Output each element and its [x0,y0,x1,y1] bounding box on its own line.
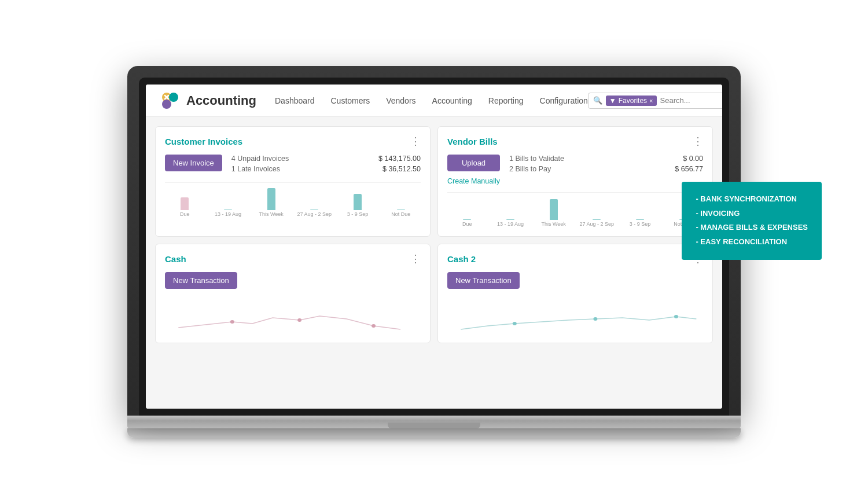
card-body-cash: New Transaction [165,272,421,289]
nav-item-customers[interactable]: Customers [331,94,370,108]
cash-title: Cash [165,254,186,264]
cash2-line-chart [447,296,703,333]
bills-bar-thisweek [550,199,558,220]
card-header-bills: Vendor Bills ⋮ [447,136,703,146]
stat-row-late: 1 Late Invoices $ 36,512.50 [231,165,421,173]
laptop-frame: Accounting Dashboard Customers Vendors A… [127,66,741,438]
svg-point-10 [674,315,678,318]
bills-chart-group-aug27: 27 Aug - 2 Sep [577,197,617,227]
chart-label-notdue: Not Due [391,211,410,217]
stat-row-unpaid: 4 Unpaid Invoices $ 143,175.00 [231,155,421,163]
bills-bar-aug27 [593,219,601,220]
bills-label-aug27: 27 Aug - 2 Sep [580,221,615,227]
stat-value-unpaid: $ 143,175.00 [378,155,421,163]
bills-chart-group-sep3: 3 - 9 Sep [620,197,660,227]
card-body-bills: Upload Create Manually 1 Bills to Valida… [447,155,703,185]
create-manually-link[interactable]: Create Manually [447,177,500,185]
card-body-invoices: New Invoice 4 Unpaid Invoices $ 143,175.… [165,155,421,175]
vendor-bills-title: Vendor Bills [447,137,498,146]
upload-button[interactable]: Upload [447,155,500,171]
laptop-body: Accounting Dashboard Customers Vendors A… [127,66,741,416]
nav-item-vendors[interactable]: Vendors [386,94,415,108]
dashboard-content: Customer Invoices ⋮ New Invoice 4 Unpaid… [146,117,722,409]
bills-bar-due [463,219,471,220]
cash2-card: Cash 2 ⋮ New Transaction [437,244,713,343]
chart-label-sep3: 3 - 9 Sep [347,211,369,217]
stat-label-late: 1 Late Invoices [231,165,280,173]
stat-row-pay: 2 Bills to Pay $ 656.77 [509,165,703,173]
chart-group-aug27: 27 Aug - 2 Sep [295,187,334,217]
cash-line-chart [165,296,421,333]
bills-bar-sep3 [636,219,644,220]
bills-chart-group-due: Due [447,197,487,227]
laptop-base [127,416,741,428]
bills-label-due: Due [462,221,472,227]
vendor-bills-card: Vendor Bills ⋮ Upload Create Manually [437,126,713,237]
search-bar: 🔍 ▼ Favorites × [588,93,722,109]
chart-group-due: Due [165,187,205,217]
banner-line-1: - BANK SYNCHRONIZATION [696,192,808,207]
card-header-invoices: Customer Invoices ⋮ [165,136,421,146]
laptop-screen: Accounting Dashboard Customers Vendors A… [146,85,722,409]
cash2-title: Cash 2 [447,254,476,264]
teal-banner: - BANK SYNCHRONIZATION - INVOICING - MAN… [682,182,822,260]
cash-chart-svg [165,296,421,333]
bills-stats: 1 Bills to Validate $ 0.00 2 Bills to Pa… [509,155,703,175]
card-header-cash: Cash ⋮ [165,254,421,264]
filter-icon: ▼ [609,97,616,105]
card-header-cash2: Cash 2 ⋮ [447,254,703,264]
bills-label-sep3: 3 - 9 Sep [630,221,651,227]
bar-aug13 [224,210,232,210]
new-transaction-cash2-button[interactable]: New Transaction [447,272,520,289]
nav-item-accounting[interactable]: Accounting [432,94,472,108]
stat-value-validate: $ 0.00 [683,155,703,163]
nav-item-reporting[interactable]: Reporting [488,94,524,108]
chart-label-thisweek: This Week [259,211,284,217]
stat-label-unpaid: 4 Unpaid Invoices [231,155,289,163]
svg-point-5 [230,320,234,324]
filter-tag-favorites[interactable]: ▼ Favorites × [606,96,657,106]
bills-label-aug13: 13 - 19 Aug [497,221,524,227]
filter-close-icon[interactable]: × [649,97,653,104]
nav-item-dashboard[interactable]: Dashboard [275,94,315,108]
banner-line-2: - INVOICING [696,207,808,221]
bills-chart: Due 13 - 19 Aug [447,192,703,227]
logo-icon [160,90,181,111]
card-menu-icon-invoices[interactable]: ⋮ [410,136,421,146]
invoices-chart: Due 13 - 19 Aug [165,182,421,217]
svg-point-1 [169,93,178,102]
laptop-stand [127,428,741,438]
card-menu-icon-bills[interactable]: ⋮ [693,136,703,146]
chart-group-thisweek: This Week [251,187,291,217]
svg-point-2 [162,100,171,109]
chart-label-due: Due [180,211,190,217]
bills-chart-group-thisweek: This Week [534,197,573,227]
new-invoice-button[interactable]: New Invoice [165,155,222,171]
stat-label-pay: 2 Bills to Pay [509,165,551,173]
svg-point-8 [513,322,517,325]
bar-due-pink [181,197,189,210]
app-logo: Accounting [160,90,256,111]
nav-menu: Dashboard Customers Vendors Accounting R… [275,94,588,108]
cash-card: Cash ⋮ New Transaction [155,244,431,343]
stat-value-pay: $ 656.77 [675,165,703,173]
chart-label-aug13: 13 - 19 Aug [215,211,241,217]
svg-point-7 [372,324,376,328]
bar-sep3 [354,194,362,210]
customer-invoices-title: Customer Invoices [165,137,242,146]
new-transaction-cash-button[interactable]: New Transaction [165,272,237,289]
bar-aug27 [310,210,318,210]
app-header: Accounting Dashboard Customers Vendors A… [146,85,722,117]
app-title: Accounting [186,93,256,108]
search-input[interactable] [660,96,707,105]
bills-chart-group-aug13: 13 - 19 Aug [491,197,531,227]
card-menu-icon-cash[interactable]: ⋮ [410,254,421,264]
cash2-chart-svg [447,296,703,333]
nav-item-configuration[interactable]: Configuration [540,94,588,108]
chart-group-sep3: 3 - 9 Sep [338,187,378,217]
invoices-stats: 4 Unpaid Invoices $ 143,175.00 1 Late In… [231,155,421,175]
stat-label-validate: 1 Bills to Validate [509,155,564,163]
search-icon: 🔍 [593,96,602,105]
bar-notdue [397,210,405,210]
banner-line-4: - EASY RECONCILIATION [696,235,808,249]
